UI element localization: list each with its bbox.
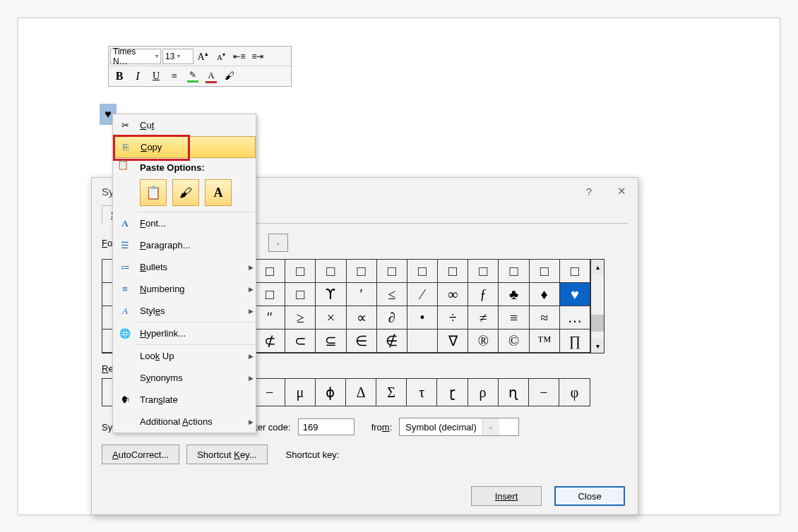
scroll-up-button[interactable]: ▴ xyxy=(591,260,604,274)
symbol-cell[interactable]: □ xyxy=(407,260,438,283)
close-button[interactable]: Close xyxy=(554,486,625,506)
hyperlink-icon: 🌐 xyxy=(119,328,131,339)
symbol-cell[interactable]: ∇ xyxy=(438,330,468,353)
symbol-cell[interactable]: ≡ xyxy=(499,306,529,330)
symbol-cell[interactable]: ♦ xyxy=(530,283,560,306)
symbol-cell[interactable]: □ xyxy=(560,260,590,283)
recent-symbol-cell[interactable]: ρ xyxy=(468,379,499,406)
symbol-cell[interactable]: ∂ xyxy=(377,306,407,330)
recent-symbol-cell[interactable]: ɽ xyxy=(437,379,468,406)
symbol-cell[interactable]: ∉ xyxy=(377,330,407,353)
symbol-cell[interactable]: ⊄ xyxy=(255,330,285,353)
symbol-cell[interactable]: ® xyxy=(468,330,499,353)
from-combo[interactable]: Symbol (decimal)⌄ xyxy=(399,418,519,436)
ctx-lookup[interactable]: Look Up ▶ xyxy=(113,345,256,367)
ctx-numbering[interactable]: ≡ Numbering ▶ xyxy=(113,278,256,300)
font-size-select[interactable]: 13▾ xyxy=(162,49,193,64)
ctx-font[interactable]: A Font... xyxy=(113,212,256,234)
symbol-cell[interactable]: × xyxy=(316,306,346,330)
decrease-indent-button[interactable]: ⇤≡ xyxy=(231,48,248,65)
scroll-track[interactable] xyxy=(591,274,604,339)
symbol-cell[interactable]: □ xyxy=(438,260,468,283)
ctx-paragraph[interactable]: ☰ Paragraph... xyxy=(113,234,256,256)
recent-symbol-cell[interactable]: μ xyxy=(285,379,316,406)
symbol-cell[interactable]: □ xyxy=(530,260,560,283)
highlight-button[interactable]: ✎ xyxy=(184,68,201,85)
symbol-cell[interactable]: □ xyxy=(347,260,377,283)
symbol-cell[interactable]: … xyxy=(560,306,590,330)
symbol-cell[interactable]: ∏ xyxy=(560,330,590,353)
symbol-cell[interactable]: ″ xyxy=(255,306,285,330)
symbol-cell[interactable]: □ xyxy=(255,283,285,306)
recent-symbol-cell[interactable]: Σ xyxy=(376,379,407,406)
paste-text-only-button[interactable]: A xyxy=(205,179,232,206)
symbol-cell[interactable]: □ xyxy=(316,260,346,283)
recent-symbol-cell[interactable]: τ xyxy=(407,379,437,406)
symbol-cell[interactable]: ♣ xyxy=(499,283,529,306)
recent-symbol-cell[interactable]: φ xyxy=(559,379,590,406)
ctx-styles[interactable]: A Styles ▶ xyxy=(113,300,256,322)
ctx-additional[interactable]: Additional Actions ▶ xyxy=(113,411,256,433)
paste-keep-source-button[interactable]: 📋 xyxy=(140,179,167,206)
symbol-cell[interactable]: © xyxy=(499,330,529,353)
symbol-cell[interactable]: □ xyxy=(285,260,316,283)
symbol-cell[interactable]: ⊆ xyxy=(316,330,346,353)
insert-button[interactable]: Insert xyxy=(471,486,542,506)
autocorrect-button[interactable]: AutoCorrect... xyxy=(102,445,179,464)
recent-symbol-cell[interactable]: ɳ xyxy=(499,379,529,406)
bold-button[interactable]: B xyxy=(111,68,128,85)
symbol-cell[interactable]: ⊂ xyxy=(285,330,316,353)
font-name-select[interactable]: Times N…▾ xyxy=(110,49,161,64)
recent-symbol-cell[interactable]: Δ xyxy=(346,379,376,406)
dialog-close-button[interactable]: ✕ xyxy=(605,178,638,205)
ctx-cut[interactable]: ✂ Cut xyxy=(113,114,256,136)
grid-scrollbar[interactable]: ▴ ▾ xyxy=(590,259,605,353)
symbol-cell[interactable]: ≈ xyxy=(530,306,560,330)
font-combo-drop[interactable]: ⌄ xyxy=(268,234,288,252)
symbol-cell[interactable]: ≠ xyxy=(468,306,499,330)
increase-indent-button[interactable]: ≡⇥ xyxy=(249,48,266,65)
symbol-cell[interactable]: ™ xyxy=(530,330,560,353)
mini-toolbar: Times N…▾ 13▾ A▴ A▾ ⇤≡ ≡⇥ B I U ≡ ✎ A 🖌 xyxy=(108,46,292,87)
italic-button[interactable]: I xyxy=(129,68,146,85)
underline-button[interactable]: U xyxy=(148,68,165,85)
symbol-cell[interactable]: ÷ xyxy=(438,306,468,330)
scroll-thumb[interactable] xyxy=(591,315,604,332)
symbol-cell[interactable]: □ xyxy=(468,260,499,283)
grow-font-button[interactable]: A▴ xyxy=(194,48,211,65)
ctx-hyperlink[interactable]: 🌐 Hyperlink... xyxy=(113,322,256,344)
recent-symbol-cell[interactable]: − xyxy=(255,379,285,406)
align-center-button[interactable]: ≡ xyxy=(166,68,183,85)
symbol-cell[interactable]: ϒ xyxy=(316,283,346,306)
symbol-cell[interactable]: □ xyxy=(499,260,529,283)
dialog-help-button[interactable]: ? xyxy=(573,178,605,205)
ctx-copy[interactable]: ⎘ Copy xyxy=(113,136,256,158)
symbol-cell[interactable]: □ xyxy=(255,260,285,283)
shortcut-key-button[interactable]: Shortcut Key... xyxy=(186,445,267,464)
char-code-field[interactable]: 169 xyxy=(298,418,355,435)
symbol-cell[interactable]: □ xyxy=(377,260,407,283)
symbol-cell[interactable]: ∈ xyxy=(347,330,377,353)
ctx-bullets[interactable]: ≔ Bullets ▶ xyxy=(113,256,256,278)
paste-merge-button[interactable]: 🖌 xyxy=(172,179,199,206)
symbol-cell[interactable]: ∞ xyxy=(438,283,468,306)
symbol-cell[interactable]: ∝ xyxy=(347,306,377,330)
symbol-cell[interactable]: ′ xyxy=(347,283,377,306)
font-color-button[interactable]: A xyxy=(203,68,220,85)
recent-symbol-cell[interactable]: − xyxy=(529,379,559,406)
format-painter-button[interactable]: 🖌 xyxy=(221,68,238,85)
shrink-font-button[interactable]: A▾ xyxy=(213,48,230,65)
scroll-down-button[interactable]: ▾ xyxy=(591,339,604,353)
ctx-synonyms[interactable]: Synonyms ▶ xyxy=(113,367,256,389)
styles-icon: A xyxy=(122,306,128,317)
symbol-cell[interactable]: □ xyxy=(285,283,316,306)
symbol-cell[interactable] xyxy=(407,330,438,353)
ctx-translate[interactable]: 🗣 Translate xyxy=(113,389,256,411)
symbol-cell[interactable]: • xyxy=(407,306,438,330)
symbol-cell[interactable]: ƒ xyxy=(468,283,499,306)
symbol-cell[interactable]: ⁄ xyxy=(407,283,438,306)
symbol-cell[interactable]: ≤ xyxy=(377,283,407,306)
symbol-cell[interactable]: ≥ xyxy=(285,306,316,330)
symbol-cell[interactable]: ♥ xyxy=(560,283,590,306)
recent-symbol-cell[interactable]: ϕ xyxy=(316,379,346,406)
